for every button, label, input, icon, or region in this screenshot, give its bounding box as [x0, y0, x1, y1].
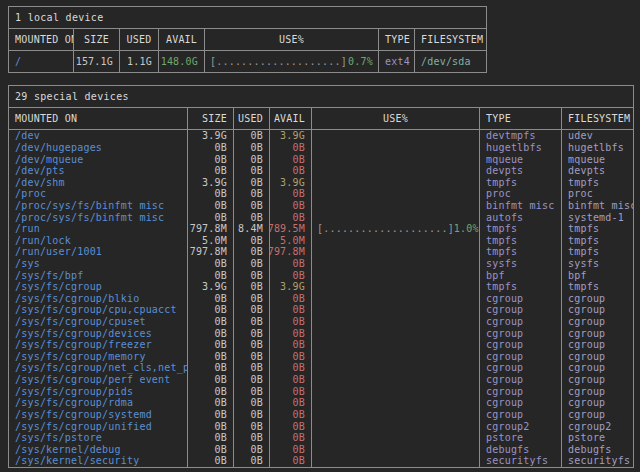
mount-cell: /sys/fs/cgroup/cpuset: [9, 316, 187, 328]
usage-cell: [311, 432, 479, 444]
type-cell: ext4: [378, 51, 414, 72]
avail-cell: 0B: [269, 211, 311, 223]
avail-cell: 3.9G: [269, 281, 311, 293]
filesystem-cell: sysfs: [561, 258, 633, 270]
filesystem-cell: cgroup: [561, 385, 633, 397]
table-row: /sys0B0B0Bsysfssysfs: [9, 258, 633, 270]
mount-cell: /sys/fs/cgroup/perf_event: [9, 374, 187, 386]
table-row: /dev/hugepages0B0B0Bhugetlbfshugetlbfs: [9, 142, 633, 154]
used-cell: 0B: [233, 374, 269, 386]
usage-cell: [311, 246, 479, 258]
size-cell: 0B: [187, 293, 233, 305]
used-cell: 0B: [233, 351, 269, 363]
avail-cell: 148.0G: [158, 51, 204, 72]
mount-cell: /dev/shm: [9, 176, 187, 188]
filesystem-cell: debugfs: [561, 443, 633, 455]
column-header-fs: FILESYSTEM: [414, 29, 486, 50]
size-cell: 0B: [187, 269, 233, 281]
column-header-mount: MOUNTED ON: [9, 108, 187, 129]
size-cell: 0B: [187, 200, 233, 212]
usage-cell: [311, 176, 479, 188]
column-header-avail: AVAIL: [158, 29, 204, 50]
header-row: MOUNTED ONSIZEUSEDAVAILUSE%TYPEFILESYSTE…: [9, 108, 633, 130]
type-cell: securityfs: [479, 455, 561, 467]
avail-cell: 797.8M: [269, 246, 311, 258]
table-row: /157.1G1.1G148.0G[....................]0…: [9, 51, 486, 72]
used-cell: 0B: [233, 130, 269, 142]
filesystem-cell: pstore: [561, 432, 633, 444]
size-cell: 0B: [187, 142, 233, 154]
avail-cell: 0B: [269, 153, 311, 165]
filesystem-cell: mqueue: [561, 153, 633, 165]
used-cell: 8.4M: [233, 223, 269, 235]
type-cell: cgroup: [479, 374, 561, 386]
used-cell: 0B: [233, 246, 269, 258]
mount-cell: /dev/hugepages: [9, 142, 187, 154]
avail-cell: 0B: [269, 455, 311, 467]
table-row: /dev/mqueue0B0B0Bmqueuemqueue: [9, 153, 633, 165]
size-cell: 0B: [187, 420, 233, 432]
type-cell: cgroup: [479, 293, 561, 305]
table-row: /sys/kernel/security0B0B0Bsecurityfssecu…: [9, 455, 633, 467]
column-header-fs: FILESYSTEM: [561, 108, 633, 129]
avail-cell: 0B: [269, 188, 311, 200]
mount-cell: /sys/fs/cgroup/net_cls,net_prio: [9, 362, 187, 374]
filesystem-cell: systemd-1: [561, 211, 633, 223]
table-body: /dev3.9G0B3.9Gdevtmpfsudev/dev/hugepages…: [9, 130, 633, 467]
type-cell: cgroup: [479, 351, 561, 363]
table-row: /sys/fs/cgroup/net_cls,net_prio0B0B0Bcgr…: [9, 362, 633, 374]
used-cell: 0B: [233, 385, 269, 397]
mount-cell: /sys/fs/cgroup/memory: [9, 351, 187, 363]
avail-cell: 789.5M: [269, 223, 311, 235]
table-row: /sys/fs/cgroup/unified0B0B0Bcgroup2cgrou…: [9, 420, 633, 432]
used-cell: 0B: [233, 397, 269, 409]
used-cell: 0B: [233, 142, 269, 154]
table-row: /run/lock5.0M0B5.0Mtmpfstmpfs: [9, 234, 633, 246]
table-row: /sys/fs/cgroup/devices0B0B0Bcgroupcgroup: [9, 327, 633, 339]
type-cell: tmpfs: [479, 281, 561, 293]
mount-cell: /sys/fs/pstore: [9, 432, 187, 444]
used-cell: 0B: [233, 153, 269, 165]
table-row: /sys/fs/cgroup/systemd0B0B0Bcgroupcgroup: [9, 409, 633, 421]
used-cell: 0B: [233, 409, 269, 421]
usage-cell: [311, 362, 479, 374]
type-cell: cgroup: [479, 316, 561, 328]
column-header-size: SIZE: [187, 108, 233, 129]
mount-cell: /sys/fs/cgroup/rdma: [9, 397, 187, 409]
mount-cell: /dev/mqueue: [9, 153, 187, 165]
type-cell: autofs: [479, 211, 561, 223]
size-cell: 0B: [187, 258, 233, 270]
avail-cell: 0B: [269, 443, 311, 455]
table-title: 1 local device: [9, 7, 486, 29]
size-cell: 0B: [187, 374, 233, 386]
type-cell: proc: [479, 188, 561, 200]
column-header-usage: USE%: [311, 108, 479, 129]
type-cell: tmpfs: [479, 246, 561, 258]
table-row: /run/user/1001797.8M0B797.8Mtmpfstmpfs: [9, 246, 633, 258]
usage-cell: [311, 258, 479, 270]
column-header-mount: MOUNTED ON: [9, 29, 73, 50]
table-row: /sys/fs/cgroup/pids0B0B0Bcgroupcgroup: [9, 385, 633, 397]
usage-cell: [311, 211, 479, 223]
usage-cell: [311, 385, 479, 397]
used-cell: 0B: [233, 432, 269, 444]
table-title: 29 special devices: [9, 86, 633, 108]
usage-cell: [311, 153, 479, 165]
filesystem-cell: securityfs: [561, 455, 633, 467]
used-cell: 0B: [233, 327, 269, 339]
usage-cell: [311, 327, 479, 339]
size-cell: 157.1G: [73, 51, 119, 72]
column-header-used: USED: [119, 29, 158, 50]
table-row: /proc/sys/fs/binfmt_misc0B0B0Bautofssyst…: [9, 211, 633, 223]
avail-cell: 0B: [269, 316, 311, 328]
column-header-avail: AVAIL: [269, 108, 311, 129]
filesystem-cell: cgroup: [561, 362, 633, 374]
used-cell: 0B: [233, 176, 269, 188]
used-cell: 1.1G: [119, 51, 158, 72]
avail-cell: 0B: [269, 374, 311, 386]
filesystem-cell: udev: [561, 130, 633, 142]
usage-bar: [....................]: [317, 223, 454, 234]
size-cell: 0B: [187, 339, 233, 351]
usage-cell: [311, 397, 479, 409]
size-cell: 5.0M: [187, 234, 233, 246]
